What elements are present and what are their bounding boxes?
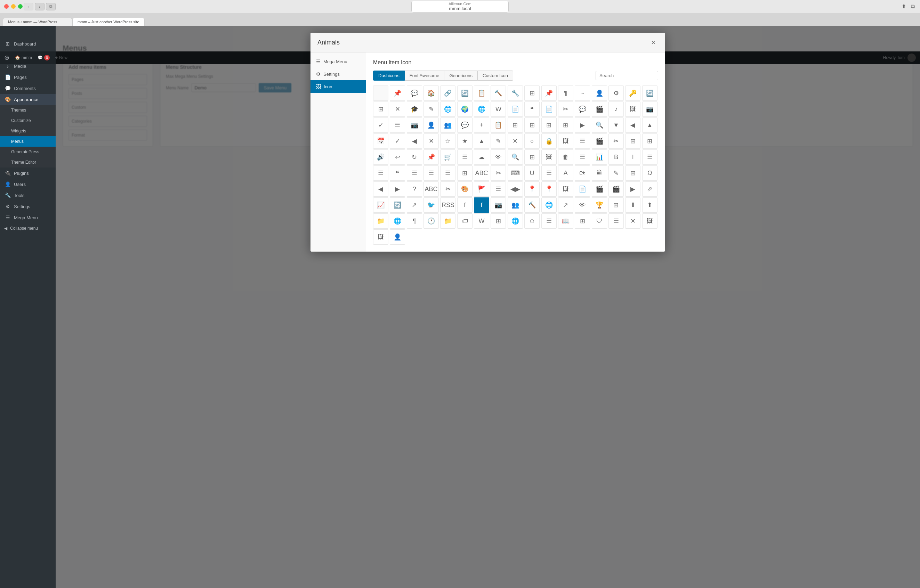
icon-cell[interactable]: ▶	[390, 181, 405, 197]
modal-sidebar-icon[interactable]: 🖼 Icon	[311, 80, 366, 93]
icon-cell[interactable]: 📍	[524, 181, 539, 197]
icon-cell[interactable]: 🖼	[642, 213, 658, 229]
icon-cell[interactable]: 🏆	[592, 197, 607, 213]
icon-cell[interactable]: 🌐	[508, 213, 523, 229]
icon-cell[interactable]: 🔄	[642, 86, 658, 101]
icon-cell[interactable]: 🔊	[373, 149, 389, 165]
icon-cell[interactable]: ✂	[491, 165, 506, 181]
icon-cell[interactable]: 🔗	[440, 86, 455, 101]
admin-bar-comments[interactable]: 💬 0	[37, 55, 50, 60]
icon-cell[interactable]: 🖼	[558, 181, 573, 197]
icon-cell[interactable]: 🔧	[508, 86, 523, 101]
icon-cell[interactable]: 👤	[390, 229, 405, 245]
icon-cell[interactable]: 🚩	[474, 181, 489, 197]
icon-cell[interactable]: 🌍	[457, 102, 473, 117]
icon-cell[interactable]: ☆	[440, 134, 455, 149]
icon-cell[interactable]: ¶	[558, 86, 573, 101]
icon-cell[interactable]: 👥	[508, 197, 523, 213]
icon-cell[interactable]: 📊	[592, 149, 607, 165]
icon-cell[interactable]: B	[609, 149, 624, 165]
admin-bar-home[interactable]: 🏠 mmm	[15, 55, 32, 60]
sidebar-item-theme-editor[interactable]: Theme Editor	[0, 157, 56, 168]
sidebar-item-generatepress[interactable]: GeneratePress	[0, 147, 56, 157]
icon-cell[interactable]: 📋	[474, 86, 489, 101]
sidebar-item-menus[interactable]: Menus	[0, 136, 56, 147]
icon-cell[interactable]: ☺	[524, 213, 539, 229]
icon-cell[interactable]: 📌	[541, 86, 557, 101]
icon-cell[interactable]: 🔍	[508, 149, 523, 165]
sidebar-item-widgets[interactable]: Widgets	[0, 126, 56, 136]
icon-cell[interactable]: ABC	[474, 165, 489, 181]
icon-cell[interactable]: 🌐	[474, 102, 489, 117]
icon-cell[interactable]: ⬇	[625, 197, 640, 213]
icon-cell[interactable]: 📁	[440, 213, 455, 229]
icon-cell[interactable]: ✂	[440, 181, 455, 197]
icon-cell[interactable]: ⊞	[524, 86, 539, 101]
icon-cell[interactable]: 📅	[373, 134, 389, 149]
icon-cell[interactable]: 📷	[642, 102, 658, 117]
modal-sidebar-settings[interactable]: ⚙ Settings	[311, 68, 366, 80]
icon-cell[interactable]: 📄	[508, 102, 523, 117]
icon-cell[interactable]: 🕐	[423, 213, 439, 229]
icon-cell[interactable]: ☰	[642, 149, 658, 165]
share-icon[interactable]: ⬆	[901, 3, 907, 10]
icon-cell[interactable]: 🖼	[558, 134, 573, 149]
icon-cell[interactable]: 🔒	[541, 134, 557, 149]
icon-cell[interactable]: 🐦	[423, 197, 439, 213]
icon-cell[interactable]: 👥	[440, 118, 455, 133]
icon-cell[interactable]: ↗	[407, 197, 422, 213]
icon-cell[interactable]: 🔄	[390, 197, 405, 213]
icon-cell[interactable]: ⌨	[508, 165, 523, 181]
icon-cell[interactable]: ⊞	[625, 165, 640, 181]
icon-cell[interactable]: ☰	[609, 213, 624, 229]
icon-cell[interactable]: ✓	[390, 134, 405, 149]
tab-genericons[interactable]: Genericons	[444, 71, 478, 81]
icon-cell[interactable]: 🌐	[541, 197, 557, 213]
icon-cell[interactable]: ☰	[423, 165, 439, 181]
icon-cell[interactable]: ☁	[474, 149, 489, 165]
icon-cell[interactable]: ~	[575, 86, 590, 101]
icon-cell[interactable]: ☰	[575, 149, 590, 165]
icon-cell[interactable]: ▲	[474, 134, 489, 149]
icon-cell[interactable]: ▲	[642, 118, 658, 133]
browser-tab-menus[interactable]: Menus ‹ mmm — WordPress	[3, 18, 72, 26]
icon-cell[interactable]: ✕	[390, 102, 405, 117]
icon-cell[interactable]: ⊞	[373, 102, 389, 117]
icon-cell[interactable]: ⊞	[642, 134, 658, 149]
back-button[interactable]: ‹	[24, 3, 33, 10]
icon-cell[interactable]: ⊞	[524, 149, 539, 165]
icon-cell[interactable]: U	[524, 165, 539, 181]
modal-close-button[interactable]: ×	[648, 37, 658, 47]
view-button[interactable]: ⧉	[46, 3, 56, 10]
icon-cell[interactable]: 👁	[491, 149, 506, 165]
icon-cell[interactable]: 🛡	[592, 213, 607, 229]
icon-cell[interactable]: 📄	[575, 181, 590, 197]
icon-cell[interactable]: RSS	[440, 197, 455, 213]
icon-cell[interactable]: 📌	[390, 86, 405, 101]
icon-cell[interactable]: 👤	[423, 118, 439, 133]
sidebar-item-dashboard[interactable]: ⊞ Dashboard	[0, 38, 56, 49]
icon-cell[interactable]: ❝	[524, 102, 539, 117]
icon-cell[interactable]: ↩	[390, 149, 405, 165]
icon-cell[interactable]: ⊞	[457, 165, 473, 181]
tab-custom-icon[interactable]: Custom Icon	[478, 71, 513, 81]
icon-cell[interactable]: 📈	[373, 197, 389, 213]
icon-cell[interactable]: ⊞	[491, 213, 506, 229]
icon-cell[interactable]: ⊞	[625, 134, 640, 149]
icon-cell[interactable]: 💬	[407, 86, 422, 101]
icon-cell[interactable]: ☰	[390, 118, 405, 133]
icon-cell[interactable]: ✕	[625, 213, 640, 229]
icon-cell[interactable]: ⊞	[508, 118, 523, 133]
icon-cell[interactable]: 🔨	[491, 86, 506, 101]
sidebar-item-customize[interactable]: Customize	[0, 115, 56, 126]
icon-cell[interactable]: ◀	[373, 181, 389, 197]
sidebar-item-plugins[interactable]: 🔌 Plugins	[0, 168, 56, 179]
icon-cell[interactable]: 🎓	[407, 102, 422, 117]
icon-search-input[interactable]	[596, 71, 658, 80]
icon-cell[interactable]: ❝	[390, 165, 405, 181]
icon-cell[interactable]: 📷	[407, 118, 422, 133]
icon-cell[interactable]: 🏠	[423, 86, 439, 101]
sidebar-item-appearance[interactable]: 🎨 Appearance	[0, 94, 56, 105]
icon-cell[interactable]: 📷	[491, 197, 506, 213]
icon-cell[interactable]: 🔍	[592, 118, 607, 133]
